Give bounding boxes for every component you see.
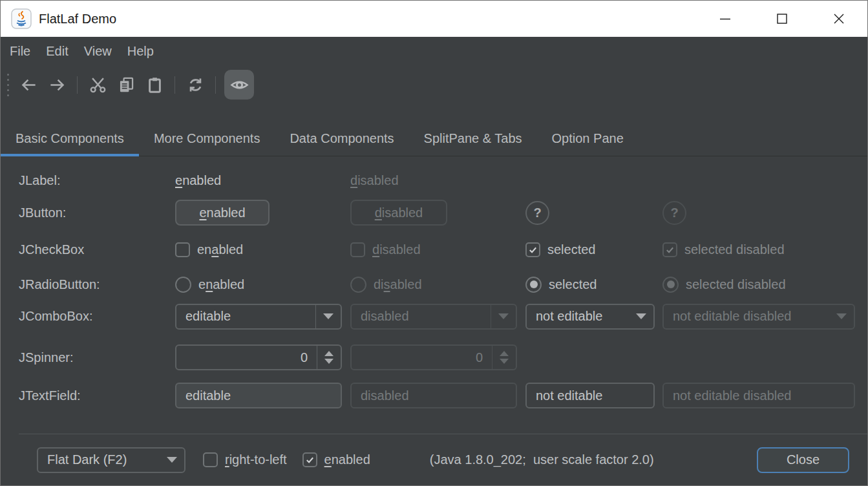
- checkbox-enabled[interactable]: enabled: [175, 242, 350, 257]
- enabled-checkbox[interactable]: enabled: [302, 452, 370, 467]
- jspinner-row: JSpinner: 0 0: [19, 340, 867, 375]
- chevron-down-icon[interactable]: [629, 313, 653, 319]
- radio-disabled: disabled: [350, 277, 525, 293]
- menu-help[interactable]: Help: [120, 37, 162, 65]
- look-and-feel-combobox[interactable]: Flat Dark (F2): [37, 447, 185, 473]
- menu-bar: File Edit View Help: [1, 37, 867, 65]
- copy-button[interactable]: [114, 73, 138, 96]
- maximize-button[interactable]: [754, 1, 810, 37]
- check-icon: [305, 455, 315, 465]
- checkbox-selected-disabled: selected disabled: [662, 242, 867, 257]
- menu-file[interactable]: File: [2, 37, 38, 65]
- checkbox-selected[interactable]: selected: [525, 242, 662, 257]
- jlabel-disabled: disabled: [350, 173, 525, 188]
- toolbar-separator: [215, 76, 216, 94]
- radio-selected[interactable]: selected: [525, 277, 662, 293]
- jradiobutton-row-label: JRadioButton:: [19, 277, 175, 292]
- menu-edit[interactable]: Edit: [38, 37, 76, 65]
- show-hover-effects-toggle[interactable]: [224, 70, 254, 100]
- radio-circle[interactable]: [175, 277, 191, 293]
- spinner-down-icon: [324, 359, 333, 364]
- help-button[interactable]: ?: [525, 201, 549, 225]
- paste-button[interactable]: [143, 73, 166, 96]
- checkbox-box-checked[interactable]: [525, 242, 540, 257]
- checkbox-disabled: disabled: [350, 242, 525, 257]
- jbutton-row: JButton: enabled disabled ? ?: [19, 195, 867, 230]
- spinner-arrows[interactable]: [317, 351, 341, 364]
- textfield-editable[interactable]: editable: [175, 383, 342, 408]
- java-version-info: (Java 1.8.0_202; user scale factor 2.0): [430, 452, 654, 467]
- tab-more-components[interactable]: More Components: [139, 121, 275, 156]
- textfield-not-editable-disabled: not editable disabled: [662, 383, 855, 408]
- toolbar-separator: [77, 76, 78, 94]
- help-button-disabled: ?: [662, 201, 686, 225]
- window-controls: [697, 1, 867, 37]
- enabled-button[interactable]: enabled: [175, 200, 270, 226]
- jcombobox-row-label: JComboBox:: [19, 309, 175, 324]
- java-icon: [11, 8, 32, 29]
- radio-enabled[interactable]: enabled: [175, 277, 350, 293]
- eye-icon: [230, 76, 249, 94]
- menu-view[interactable]: View: [76, 37, 120, 65]
- refresh-button[interactable]: [184, 73, 207, 96]
- back-icon: [20, 76, 37, 94]
- chevron-down-icon[interactable]: [160, 457, 184, 463]
- jlabel-enabled: enabled: [175, 173, 350, 188]
- spinner-up-icon: [324, 351, 333, 356]
- jtextfield-row-label: JTextField:: [19, 388, 175, 403]
- combobox-editable[interactable]: editable: [175, 304, 342, 330]
- jbutton-row-label: JButton:: [19, 206, 175, 220]
- tab-option-pane[interactable]: Option Pane: [537, 121, 639, 156]
- minimize-button[interactable]: [697, 1, 754, 37]
- chevron-down-icon[interactable]: [316, 313, 341, 319]
- tab-data-components[interactable]: Data Components: [275, 121, 408, 156]
- forward-icon: [48, 76, 66, 94]
- close-window-button[interactable]: [810, 1, 867, 37]
- combobox-not-editable-disabled: not editable disabled: [662, 304, 855, 330]
- checkbox-box[interactable]: [175, 242, 190, 257]
- bottom-bar: Flat Dark (F2) right-to-left enabled (Ja…: [19, 434, 867, 485]
- flatlaf-demo-window: FlatLaf Demo File Edit View Help: [0, 0, 868, 486]
- spinner-enabled[interactable]: 0: [175, 344, 342, 370]
- spinner-disabled: 0: [350, 344, 517, 370]
- combobox-disabled: disabled: [350, 304, 517, 330]
- minimize-icon: [718, 12, 732, 26]
- combobox-not-editable[interactable]: not editable: [525, 304, 655, 330]
- radio-circle-selected[interactable]: [525, 277, 542, 293]
- radio-selected-disabled: selected disabled: [662, 277, 867, 293]
- back-button[interactable]: [17, 73, 40, 96]
- tabs-bar: Basic Components More Components Data Co…: [1, 121, 867, 156]
- tab-basic-components[interactable]: Basic Components: [1, 121, 139, 156]
- window-title: FlatLaf Demo: [39, 12, 116, 26]
- forward-button[interactable]: [45, 73, 69, 96]
- title-bar: FlatLaf Demo: [1, 1, 867, 37]
- cut-button[interactable]: [86, 73, 109, 96]
- close-icon: [832, 12, 846, 26]
- checkbox-box-checked: [662, 242, 677, 257]
- tab-splitpane-tabs[interactable]: SplitPane & Tabs: [409, 121, 537, 156]
- maximize-icon: [775, 12, 789, 26]
- check-icon: [665, 245, 675, 255]
- refresh-icon: [187, 76, 204, 94]
- disabled-button: disabled: [350, 200, 447, 226]
- close-button[interactable]: Close: [757, 447, 849, 473]
- jlabel-row-label: JLabel:: [19, 173, 175, 188]
- jlabel-row: JLabel: enabled disabled: [19, 165, 867, 195]
- chevron-down-icon: [491, 313, 516, 319]
- basic-components-panel: JLabel: enabled disabled JButton: enable…: [1, 156, 867, 485]
- textfield-disabled: disabled: [350, 383, 517, 408]
- jcombobox-row: JComboBox: editable disabled not editabl…: [19, 300, 867, 340]
- textfield-not-editable[interactable]: not editable: [525, 383, 655, 408]
- toolbar-grip[interactable]: [7, 74, 9, 96]
- right-to-left-checkbox[interactable]: right-to-left: [203, 452, 287, 467]
- jspinner-row-label: JSpinner:: [19, 350, 175, 365]
- jradiobutton-row: JRadioButton: enabled disabled selected …: [19, 269, 867, 300]
- checkbox-box[interactable]: [203, 452, 218, 467]
- toolbar-separator: [175, 76, 175, 94]
- checkbox-box: [350, 242, 365, 257]
- radio-circle-selected: [662, 277, 679, 293]
- jcheckbox-row-label: JCheckBox: [19, 242, 175, 257]
- spinner-arrows: [492, 351, 516, 364]
- checkbox-box-checked[interactable]: [302, 452, 317, 467]
- spinner-up-icon: [500, 351, 509, 356]
